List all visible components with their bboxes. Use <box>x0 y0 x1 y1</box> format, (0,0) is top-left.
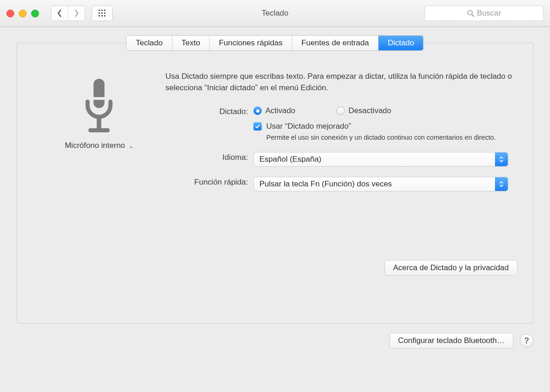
bluetooth-keyboard-button[interactable]: Configurar teclado Bluetooth… <box>390 333 513 348</box>
svg-rect-12 <box>94 97 104 100</box>
dictation-description: Usa Dictado siempre que escribas texto. … <box>165 71 517 93</box>
tab-dictado[interactable]: Dictado <box>378 36 424 50</box>
svg-rect-5 <box>104 12 105 14</box>
tab-bar: Teclado Texto Funciones rápidas Fuentes … <box>126 35 424 51</box>
minimize-window[interactable] <box>19 10 27 17</box>
updown-icon <box>495 152 508 166</box>
select-funcion-rapida[interactable]: Pulsar la tecla Fn (Función) dos veces <box>253 177 508 191</box>
tab-texto[interactable]: Texto <box>172 36 209 50</box>
nav-back-forward <box>51 5 85 21</box>
tab-teclado[interactable]: Teclado <box>126 36 172 50</box>
radio-dot-icon <box>253 107 262 115</box>
svg-rect-3 <box>99 12 100 14</box>
svg-rect-8 <box>104 15 105 16</box>
select-value: Español (España) <box>259 155 321 164</box>
back-button[interactable] <box>51 6 68 21</box>
forward-button[interactable] <box>68 6 85 21</box>
checkbox-dictado-mejorado[interactable]: Usar “Dictado mejorado” <box>253 122 517 131</box>
chevron-down-icon: ⌄ <box>129 143 133 149</box>
select-idioma[interactable]: Español (España) <box>253 152 508 167</box>
checkbox-hint: Permite el uso sin conexión y un dictado… <box>266 133 517 142</box>
microphone-selector[interactable]: Micrófono interno ⌄ <box>33 141 165 150</box>
checkbox-icon <box>253 122 262 131</box>
preferences-pane: Teclado Texto Funciones rápidas Fuentes … <box>16 43 534 324</box>
content-area: Teclado Texto Funciones rápidas Fuentes … <box>0 27 550 360</box>
svg-rect-6 <box>99 15 100 16</box>
svg-rect-1 <box>101 10 103 11</box>
help-button[interactable]: ? <box>520 334 534 348</box>
radio-dictado-desactivado[interactable]: Desactivado <box>336 106 391 115</box>
svg-rect-0 <box>99 10 100 11</box>
search-placeholder: Buscar <box>477 9 501 18</box>
microphone-label: Micrófono interno <box>65 141 125 150</box>
svg-line-10 <box>472 15 474 17</box>
radio-dot-icon <box>336 107 345 115</box>
close-window[interactable] <box>6 10 14 17</box>
tab-funciones-rapidas[interactable]: Funciones rápidas <box>209 36 292 50</box>
show-all-button[interactable] <box>92 5 113 21</box>
titlebar: Teclado Buscar <box>0 0 550 27</box>
svg-rect-11 <box>94 79 104 108</box>
select-value: Pulsar la tecla Fn (Función) dos veces <box>259 180 392 189</box>
search-field[interactable]: Buscar <box>424 5 544 21</box>
radio-label: Activado <box>265 106 295 115</box>
svg-rect-2 <box>104 10 105 11</box>
svg-rect-13 <box>97 116 101 129</box>
svg-rect-14 <box>88 128 110 132</box>
label-idioma: Idioma: <box>165 152 253 167</box>
microphone-icon <box>81 77 117 136</box>
tab-fuentes-de-entrada[interactable]: Fuentes de entrada <box>292 36 378 50</box>
window-controls <box>6 10 39 17</box>
checkbox-label: Usar “Dictado mejorado” <box>266 122 351 131</box>
settings-column: Usa Dictado siempre que escribas texto. … <box>165 71 517 191</box>
label-dictado: Dictado: <box>165 106 253 142</box>
microphone-column: Micrófono interno ⌄ <box>33 71 165 191</box>
svg-rect-7 <box>101 15 103 16</box>
label-funcion-rapida: Función rápida: <box>165 177 253 191</box>
radio-label: Desactivado <box>348 106 391 115</box>
svg-rect-4 <box>101 12 103 14</box>
privacy-button[interactable]: Acerca de Dictado y la privacidad <box>385 260 517 276</box>
radio-dictado-activado[interactable]: Activado <box>253 106 295 115</box>
updown-icon <box>495 177 508 191</box>
zoom-window[interactable] <box>31 10 39 17</box>
search-icon <box>467 10 474 17</box>
